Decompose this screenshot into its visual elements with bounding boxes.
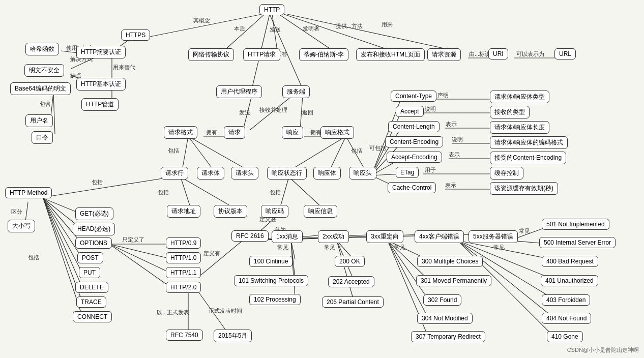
node-accept-encoding: Accept-Encoding bbox=[387, 152, 442, 163]
node-1xx: 1xx消息 bbox=[272, 230, 303, 243]
node-request-header: 请求头 bbox=[231, 167, 258, 180]
svg-line-56 bbox=[289, 177, 323, 208]
svg-line-73 bbox=[109, 244, 173, 274]
svg-text:常见: 常见 bbox=[324, 244, 335, 250]
svg-line-60 bbox=[25, 202, 28, 221]
node-5xx: 5xx服务器错误 bbox=[469, 230, 518, 243]
svg-text:区分: 区分 bbox=[11, 208, 22, 215]
node-head: HEAD(必选) bbox=[73, 223, 115, 235]
node-request-resource: 请求资源 bbox=[427, 48, 461, 61]
node-get: GET(必选) bbox=[75, 207, 113, 220]
node-http10: HTTP/1.0 bbox=[166, 252, 201, 263]
node-response: 响应 bbox=[282, 126, 303, 139]
node-3xx: 3xx重定向 bbox=[366, 230, 403, 243]
svg-text:拥有: 拥有 bbox=[206, 129, 217, 135]
svg-text:常见: 常见 bbox=[394, 244, 405, 250]
node-ae-desc: 接受的Content-Encoding bbox=[490, 152, 566, 164]
svg-text:由...标识: 由...标识 bbox=[469, 51, 490, 57]
svg-text:包括: 包括 bbox=[168, 147, 179, 154]
svg-text:正式发表时间: 正式发表时间 bbox=[209, 308, 242, 314]
node-ce-desc: 请求体/响应体的编码格式 bbox=[490, 136, 568, 149]
node-response-info: 响应信息 bbox=[304, 205, 337, 218]
node-cl-desc: 请求体/响应体长度 bbox=[490, 121, 549, 134]
node-request-line: 请求行 bbox=[161, 167, 188, 180]
node-code202: 202 Accepted bbox=[328, 276, 374, 287]
node-request-body: 请求体 bbox=[197, 167, 224, 180]
node-hash: 哈希函数 bbox=[25, 43, 59, 55]
node-code302: 302 Found bbox=[423, 294, 461, 306]
node-tbl: 蒂姆·伯纳斯-李 bbox=[299, 48, 348, 61]
svg-line-10 bbox=[287, 14, 455, 51]
node-password: 口令 bbox=[32, 131, 53, 144]
node-user-agent: 用户代理程序 bbox=[216, 85, 262, 98]
svg-text:其概念: 其概念 bbox=[193, 17, 210, 23]
node-http: HTTP bbox=[259, 4, 284, 15]
svg-text:发送: 发送 bbox=[270, 26, 281, 33]
svg-line-96 bbox=[337, 241, 354, 300]
svg-text:用来: 用来 bbox=[382, 21, 393, 27]
svg-text:发送: 发送 bbox=[239, 109, 250, 115]
svg-line-106 bbox=[458, 241, 552, 298]
node-http09: HTTP/0.9 bbox=[166, 237, 201, 249]
svg-text:常见: 常见 bbox=[519, 228, 530, 234]
node-accept: Accept bbox=[396, 106, 424, 117]
svg-text:包括: 包括 bbox=[158, 189, 169, 195]
watermark: CSDN@小小是普陀山走神啊 bbox=[567, 346, 639, 354]
svg-line-92 bbox=[291, 241, 295, 297]
svg-line-49 bbox=[330, 136, 346, 170]
svg-line-44 bbox=[182, 136, 188, 170]
node-http-request: HTTP请求 bbox=[243, 48, 280, 61]
node-code206: 206 Partial Content bbox=[322, 296, 384, 308]
node-code501: 501 Not Implemented bbox=[542, 219, 609, 230]
node-code200: 200 OK bbox=[335, 256, 365, 267]
svg-text:拥有: 拥有 bbox=[310, 129, 321, 135]
svg-line-58 bbox=[43, 177, 172, 197]
svg-text:用来替代: 用来替代 bbox=[113, 64, 135, 70]
node-trace: TRACE bbox=[76, 296, 106, 308]
node-response-code: 响应码 bbox=[261, 205, 288, 218]
node-base64: Base64编码的明文 bbox=[10, 82, 71, 95]
svg-line-53 bbox=[181, 177, 235, 208]
node-code404: 404 Not Found bbox=[542, 313, 591, 324]
node-content-type: Content-Type bbox=[391, 91, 436, 102]
node-code400: 400 Bad Request bbox=[542, 256, 598, 267]
node-request-format: 请求格式 bbox=[164, 126, 197, 139]
svg-line-38 bbox=[250, 96, 292, 130]
svg-line-50 bbox=[346, 136, 365, 170]
svg-text:以...正式发表: 以...正式发表 bbox=[157, 309, 189, 315]
node-request: 请求 bbox=[224, 126, 245, 139]
svg-text:常见: 常见 bbox=[493, 244, 505, 250]
svg-text:包含: 包含 bbox=[40, 101, 51, 107]
node-cc-desc: 该资源缓存有效期(秒) bbox=[490, 182, 558, 195]
node-url: URL bbox=[554, 48, 576, 59]
svg-text:包括: 包括 bbox=[351, 147, 362, 154]
node-ct-desc: 请求体/响应体类型 bbox=[490, 91, 549, 103]
svg-line-8 bbox=[284, 14, 392, 51]
node-etag: ETag bbox=[396, 167, 419, 178]
svg-text:接收并处理: 接收并处理 bbox=[259, 107, 287, 113]
node-code401: 401 Unauthorized bbox=[541, 275, 598, 286]
svg-text:可包括: 可包括 bbox=[369, 145, 386, 151]
node-code500: 500 Internal Server Error bbox=[539, 237, 616, 248]
svg-line-72 bbox=[109, 244, 173, 259]
node-network-protocol: 网络传输协议 bbox=[188, 48, 234, 61]
svg-text:表示: 表示 bbox=[445, 182, 456, 188]
node-code410: 410 Gone bbox=[547, 331, 583, 342]
svg-line-80 bbox=[198, 292, 228, 333]
svg-line-74 bbox=[109, 244, 173, 289]
node-http-digest: HTTP摘要认证 bbox=[76, 46, 126, 58]
node-delete: DELETE bbox=[75, 282, 108, 293]
node-acc-desc: 接收的类型 bbox=[490, 106, 530, 118]
node-year2015: 2015年5月 bbox=[214, 330, 252, 342]
node-rfc2616: RFC 2616 bbox=[231, 230, 269, 242]
node-rfc7540: RFC 7540 bbox=[166, 330, 203, 341]
svg-text:表示: 表示 bbox=[446, 121, 457, 127]
svg-text:说明: 说明 bbox=[452, 136, 463, 142]
node-response-header: 响应头 bbox=[349, 167, 376, 180]
svg-text:包括: 包括 bbox=[28, 254, 39, 260]
node-response-status: 响应状态行 bbox=[267, 167, 307, 180]
node-options: OPTIONS bbox=[75, 237, 112, 249]
node-cache-control: Cache-Control bbox=[388, 182, 436, 193]
node-http-method: HTTP Method bbox=[5, 187, 52, 198]
node-username: 用户名 bbox=[25, 114, 53, 127]
